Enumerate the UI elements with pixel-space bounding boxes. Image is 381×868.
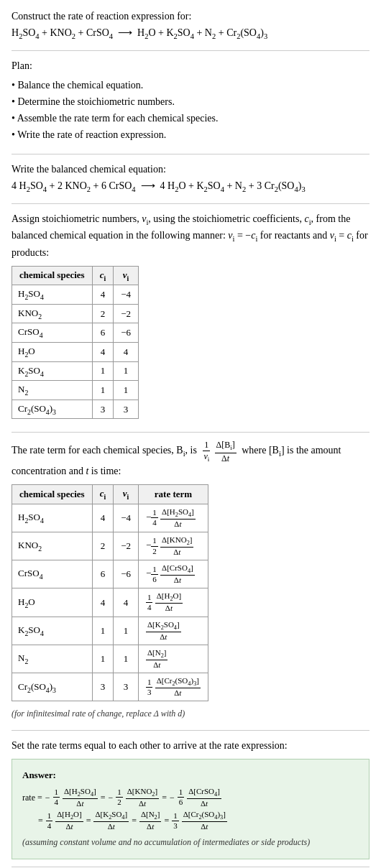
vi-cr2so43: 3: [114, 400, 139, 419]
answer-box: Answer: rate = − 14 Δ[H2SO4]Δt = − 12 Δ[…: [12, 759, 369, 859]
stoich-col-species: chemical species: [12, 266, 93, 285]
rt-ci-h2o: 4: [92, 588, 114, 617]
ci-crso4: 6: [92, 323, 114, 343]
plan-section: Plan: Balance the chemical equation. Det…: [12, 58, 369, 154]
species-cr2so43: Cr2(SO4)3: [12, 400, 93, 419]
rate-col-term: rate term: [138, 485, 208, 504]
table-row: H2SO4 4 −4: [12, 285, 139, 305]
answer-intro: Set the rate terms equal to each other t…: [12, 738, 369, 753]
rt-species-h2o: H2O: [12, 588, 93, 617]
table-row: H2O 4 4 14 Δ[H2O]Δt: [12, 588, 208, 617]
rate-col-vi: νi: [114, 485, 139, 504]
species-crso4: CrSO4: [12, 323, 93, 343]
rt-species-h2so4: H2SO4: [12, 504, 93, 532]
vi-h2so4: −4: [114, 285, 139, 305]
table-row: N2 1 1 Δ[N2]Δt: [12, 645, 208, 673]
plan-list: Balance the chemical equation. Determine…: [12, 78, 369, 142]
stoich-section: Assign stoichiometric numbers, νi, using…: [12, 211, 369, 433]
rt-vi-h2so4: −4: [114, 504, 139, 532]
vi-h2o: 4: [114, 343, 139, 362]
plan-item-1: Balance the chemical equation.: [12, 78, 369, 93]
species-k2so4: K2SO4: [12, 361, 93, 381]
table-row: N2 1 1: [12, 381, 139, 400]
rt-ci-kno2: 2: [92, 532, 114, 560]
rt-ci-k2so4: 1: [92, 617, 114, 645]
ci-k2so4: 1: [92, 361, 114, 381]
construct-section: Construct the rate of reaction expressio…: [12, 9, 369, 51]
stoich-col-vi: νi: [114, 266, 139, 285]
rate-col-ci: ci: [92, 485, 114, 504]
table-row: H2SO4 4 −4 −14 Δ[H2SO4]Δt: [12, 504, 208, 532]
rt-ci-crso4: 6: [92, 560, 114, 588]
rt-species-cr2so43: Cr2(SO4)3: [12, 673, 93, 701]
plan-item-2: Determine the stoichiometric numbers.: [12, 94, 369, 109]
rt-term-crso4: −16 Δ[CrSO4]Δt: [138, 560, 208, 588]
plan-item-3: Assemble the rate term for each chemical…: [12, 111, 369, 126]
rate-col-species: chemical species: [12, 485, 93, 504]
species-h2o: H2O: [12, 343, 93, 362]
balanced-equation: 4 H2SO4 + 2 KNO2 + 6 CrSO4 ⟶ 4 H2O + K2S…: [12, 180, 369, 193]
rateterm-label: The rate term for each chemical species,…: [12, 440, 369, 479]
rt-ci-n2: 1: [92, 645, 114, 673]
stoich-col-ci: ci: [92, 266, 114, 285]
rt-term-h2o: 14 Δ[H2O]Δt: [138, 588, 208, 617]
table-row: KNO2 2 −2 −12 Δ[KNO2]Δt: [12, 532, 208, 560]
stoich-table: chemical species ci νi H2SO4 4 −4 KNO2 2…: [12, 266, 139, 420]
vi-n2: 1: [114, 381, 139, 400]
rate-table: chemical species ci νi rate term H2SO4 4…: [12, 484, 208, 701]
construct-label: Construct the rate of reaction expressio…: [12, 9, 369, 24]
rt-vi-crso4: −6: [114, 560, 139, 588]
species-h2so4: H2SO4: [12, 285, 93, 305]
vi-kno2: −2: [114, 304, 139, 323]
table-row: CrSO4 6 −6 −16 Δ[CrSO4]Δt: [12, 560, 208, 588]
rt-ci-h2so4: 4: [92, 504, 114, 532]
table-row: CrSO4 6 −6: [12, 323, 139, 343]
rt-species-k2so4: K2SO4: [12, 617, 93, 645]
rt-vi-kno2: −2: [114, 532, 139, 560]
table-row: Cr2(SO4)3 3 3 13 Δ[Cr2(SO4)3]Δt: [12, 673, 208, 701]
plan-item-4: Write the rate of reaction expression.: [12, 127, 369, 142]
rateterm-section: The rate term for each chemical species,…: [12, 440, 369, 731]
ci-n2: 1: [92, 381, 114, 400]
rt-term-n2: Δ[N2]Δt: [138, 645, 208, 673]
table-row: KNO2 2 −2: [12, 304, 139, 323]
ci-kno2: 2: [92, 304, 114, 323]
rt-term-h2so4: −14 Δ[H2SO4]Δt: [138, 504, 208, 532]
rt-species-crso4: CrSO4: [12, 560, 93, 588]
species-n2: N2: [12, 381, 93, 400]
rt-term-kno2: −12 Δ[KNO2]Δt: [138, 532, 208, 560]
species-kno2: KNO2: [12, 304, 93, 323]
table-row: H2O 4 4: [12, 343, 139, 362]
ci-cr2so43: 3: [92, 400, 114, 419]
rt-vi-cr2so43: 3: [114, 673, 139, 701]
balanced-label: Write the balanced chemical equation:: [12, 162, 369, 177]
answer-section: Set the rate terms equal to each other t…: [12, 738, 369, 867]
answer-label: Answer:: [22, 767, 359, 783]
rt-species-n2: N2: [12, 645, 93, 673]
rt-ci-cr2so43: 3: [92, 673, 114, 701]
ci-h2so4: 4: [92, 285, 114, 305]
rt-vi-k2so4: 1: [114, 617, 139, 645]
rt-vi-h2o: 4: [114, 588, 139, 617]
construct-reaction: H2SO4 + KNO2 + CrSO4 ⟶ H2O + K2SO4 + N2 …: [12, 27, 369, 40]
balanced-section: Write the balanced chemical equation: 4 …: [12, 162, 369, 204]
rateterm-note: (for infinitesimal rate of change, repla…: [12, 707, 369, 720]
stoich-label: Assign stoichiometric numbers, νi, using…: [12, 211, 369, 260]
table-row: Cr2(SO4)3 3 3: [12, 400, 139, 419]
rt-term-k2so4: Δ[K2SO4]Δt: [138, 617, 208, 645]
table-row: K2SO4 1 1: [12, 361, 139, 381]
vi-k2so4: 1: [114, 361, 139, 381]
answer-note: (assuming constant volume and no accumul…: [22, 836, 359, 849]
rt-species-kno2: KNO2: [12, 532, 93, 560]
ci-h2o: 4: [92, 343, 114, 362]
vi-crso4: −6: [114, 323, 139, 343]
rt-term-cr2so43: 13 Δ[Cr2(SO4)3]Δt: [138, 673, 208, 701]
table-row: K2SO4 1 1 Δ[K2SO4]Δt: [12, 617, 208, 645]
plan-label: Plan:: [12, 58, 369, 73]
rt-vi-n2: 1: [114, 645, 139, 673]
answer-content: rate = − 14 Δ[H2SO4]Δt = − 12 Δ[KNO2]Δt …: [22, 787, 359, 849]
